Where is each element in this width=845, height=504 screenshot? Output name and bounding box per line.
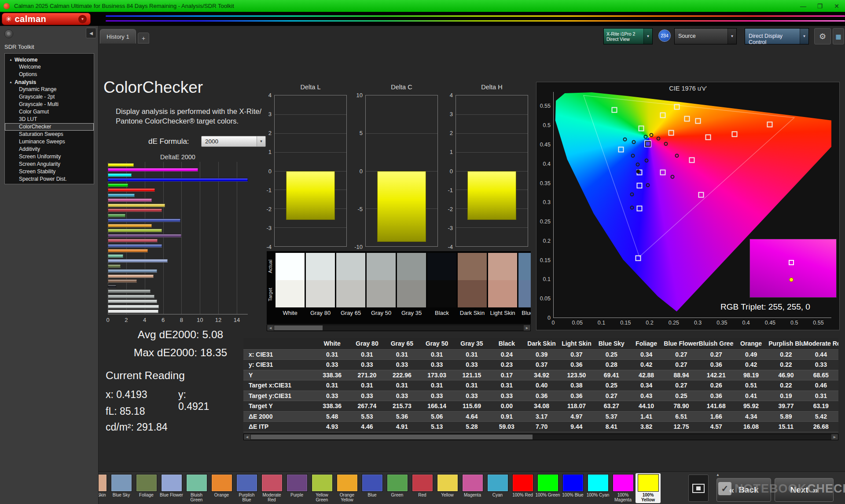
scroll-right-icon[interactable]: ▶ <box>524 325 530 331</box>
pattern-button-100-yellow[interactable]: 100% Yellow <box>636 473 661 503</box>
chevron-down-icon[interactable]: ▼ <box>727 29 736 44</box>
display-control-label: Direct Display Control <box>745 29 800 44</box>
axis-tick-label: 4 <box>450 92 453 99</box>
pattern-button-orange-yellow[interactable]: Orange Yellow <box>334 473 360 503</box>
chevron-down-icon[interactable]: ▼ <box>643 29 652 44</box>
pattern-button-bluish-green[interactable]: Bluish Green <box>184 473 209 503</box>
results-cell: 5.36 <box>385 411 419 422</box>
pattern-label: 100% Cyan <box>585 493 610 498</box>
swatch-scrollbar[interactable]: ◀ ▶ <box>267 325 531 331</box>
pattern-button-100-magenta[interactable]: 100% Magenta <box>610 473 636 503</box>
add-tab-button[interactable]: + <box>138 33 149 44</box>
cie-measured-marker <box>636 169 640 173</box>
sidebar-item-screen-stability[interactable]: Screen Stability <box>5 168 94 175</box>
de-formula-dropdown[interactable]: 2000 ▼ <box>201 136 266 147</box>
pattern-app-button[interactable]: ▦ <box>833 28 844 44</box>
sidebar-item-screen-uniformity[interactable]: Screen Uniformity <box>5 153 94 161</box>
sidebar-item-screen-angularity[interactable]: Screen Angularity <box>5 161 94 168</box>
patch-target-color <box>306 280 335 307</box>
back-label: Back <box>738 485 758 495</box>
pattern-button-blue-sky[interactable]: Blue Sky <box>109 473 134 503</box>
results-cell: 0.31 <box>385 349 419 360</box>
sidebar-item-color-gamut[interactable]: Color Gamut <box>5 108 94 116</box>
pattern-button-purple[interactable]: Purple <box>284 473 309 503</box>
pattern-label: 100% Red <box>510 493 535 498</box>
back-button[interactable]: « Back <box>716 478 771 502</box>
scroll-left-icon[interactable]: ◀ <box>267 325 274 331</box>
brand-bar: ✳ calman ▼ <box>0 12 845 26</box>
deltae-axis-label: 12 <box>215 317 221 323</box>
tab-history-1[interactable]: History 1 <box>100 29 136 44</box>
pattern-button-100-red[interactable]: 100% Red <box>510 473 535 503</box>
sidebar-item-3d-lut[interactable]: 3D LUT <box>5 116 94 123</box>
pattern-button-100-blue[interactable]: 100% Blue <box>560 473 585 503</box>
pattern-button-yellow[interactable]: Yellow <box>435 473 460 503</box>
pattern-button-purplish-blue[interactable]: Purplish Blue <box>234 473 259 503</box>
sidebar-item-dynamic-range[interactable]: Dynamic Range <box>5 86 94 93</box>
patch-target-color <box>427 280 456 307</box>
workflow-menu-button[interactable] <box>4 29 13 38</box>
calman-logo-button[interactable]: ✳ calman ▼ <box>2 13 91 25</box>
table-scrollbar-thumb[interactable] <box>251 435 533 439</box>
dock-expand-button[interactable]: ▲ <box>712 472 724 478</box>
minimize-button[interactable]: — <box>795 0 812 12</box>
pattern-label: Bluish Green <box>184 493 209 502</box>
avg-de2000: Avg dE2000: 5.08 <box>108 325 253 343</box>
sidebar-item-grayscale-2pt[interactable]: Grayscale - 2pt <box>5 93 94 101</box>
pattern-button-foliage[interactable]: Foliage <box>134 473 159 503</box>
tree-group-analysis[interactable]: ▲Analysis <box>5 78 94 86</box>
expand-arrow-icon: ▲ <box>9 80 12 84</box>
chevron-down-icon[interactable]: ▼ <box>800 29 808 44</box>
maximize-button[interactable]: ❐ <box>812 0 828 12</box>
deltae-bar-blue <box>108 219 180 222</box>
pattern-button-100-cyan[interactable]: 100% Cyan <box>585 473 610 503</box>
meter-selector[interactable]: X-Rite i1Pro 2 Direct View ▼ <box>603 28 653 44</box>
settings-gear-button[interactable]: ⚙ <box>814 28 831 44</box>
pattern-color-swatch <box>437 474 458 492</box>
pattern-button-blue[interactable]: Blue <box>360 473 385 503</box>
display-control-selector[interactable]: Direct Display Control ▼ <box>745 28 809 44</box>
deltae-bar-light-skin <box>108 274 154 278</box>
pattern-button-blue-flower[interactable]: Blue Flower <box>159 473 184 503</box>
deltae-bar-row <box>108 238 248 244</box>
tab-label: History 1 <box>107 33 129 40</box>
source-selector[interactable]: Source ▼ <box>674 28 737 44</box>
pattern-window-button[interactable] <box>688 475 709 502</box>
patch-label: Dark Skin <box>458 310 487 316</box>
axis-tick-label: -2 <box>266 205 272 212</box>
sidebar-item-saturation-sweeps[interactable]: Saturation Sweeps <box>5 131 94 138</box>
swatch-scrollbar-thumb[interactable] <box>274 325 323 330</box>
pattern-button-green[interactable]: Green <box>385 473 410 503</box>
results-cell: 0.27 <box>664 380 698 391</box>
patch-gray-80: Gray 80 <box>306 253 335 316</box>
pattern-button-red[interactable]: Red <box>410 473 435 503</box>
sidebar-item-grayscale-multi[interactable]: Grayscale - Multi <box>5 101 94 108</box>
table-scrollbar[interactable]: ◀ ▶ <box>243 434 838 440</box>
pattern-button-magenta[interactable]: Magenta <box>460 473 485 503</box>
next-button[interactable]: Next » <box>775 478 834 502</box>
tree-group-welcome[interactable]: ▲Welcome <box>5 56 94 63</box>
pattern-button-light-skin[interactable]: Light Skin <box>99 473 109 503</box>
scroll-right-icon[interactable]: ▶ <box>831 434 838 440</box>
sidebar-item-welcome[interactable]: Welcome <box>5 63 94 71</box>
deltae-chart-title: DeltaE 2000 <box>108 153 248 161</box>
sidebar-item-colorchecker[interactable]: ColorChecker <box>5 123 94 131</box>
pattern-button-moderate-red[interactable]: Moderate Red <box>259 473 284 503</box>
pattern-button-orange[interactable]: Orange <box>209 473 234 503</box>
sidebar-item-options[interactable]: Options <box>5 71 94 78</box>
sidebar-item-luminance-sweeps[interactable]: Luminance Sweeps <box>5 138 94 146</box>
pattern-button-100-green[interactable]: 100% Green <box>535 473 560 503</box>
pattern-button-yellow-green[interactable]: Yellow Green <box>309 473 334 503</box>
cie-axis-label: 0 <box>552 320 555 326</box>
scroll-left-icon[interactable]: ◀ <box>244 434 250 440</box>
collapse-sidebar-button[interactable]: ◀ <box>86 28 96 38</box>
pattern-label: Purple <box>284 493 309 498</box>
logo-dropdown-icon[interactable]: ▼ <box>78 15 87 23</box>
pattern-button-cyan[interactable]: Cyan <box>485 473 510 503</box>
sidebar-item-spectral-power-dist[interactable]: Spectral Power Dist. <box>5 175 94 183</box>
deltae-bar-purplish-blue <box>108 244 162 248</box>
sidebar-item-additivity[interactable]: Additivity <box>5 146 94 153</box>
results-col-header: Dark Skin <box>524 338 559 349</box>
description-line: Pantone ColorChecker® target colors. <box>116 116 261 126</box>
close-button[interactable]: ✕ <box>828 0 845 12</box>
